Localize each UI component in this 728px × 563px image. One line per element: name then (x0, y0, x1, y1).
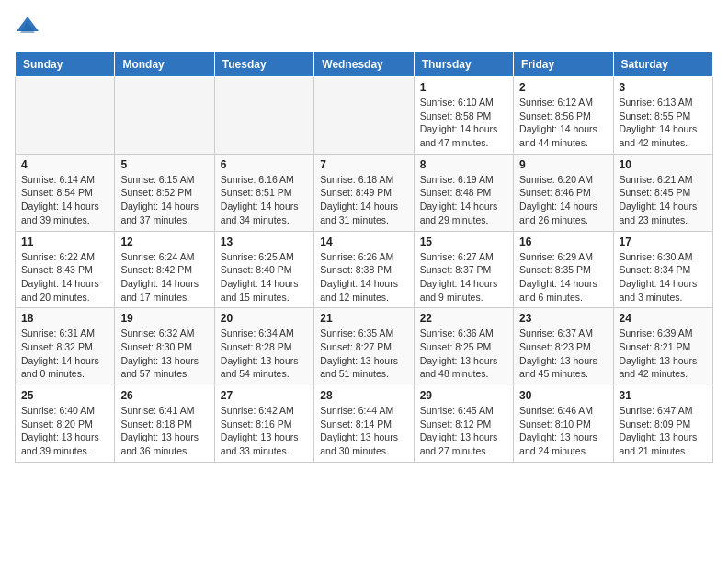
day-number: 9 (519, 158, 607, 171)
day-info: Sunrise: 6:44 AM Sunset: 8:14 PM Dayligh… (320, 404, 407, 458)
day-number: 12 (120, 236, 208, 248)
calendar-day-cell: 17Sunrise: 6:30 AM Sunset: 8:34 PM Dayli… (613, 231, 712, 308)
calendar-day-cell: 14Sunrise: 6:26 AM Sunset: 8:38 PM Dayli… (314, 231, 414, 308)
calendar-day-cell: 27Sunrise: 6:42 AM Sunset: 8:16 PM Dayli… (214, 385, 313, 463)
calendar-day-cell: 23Sunrise: 6:37 AM Sunset: 8:23 PM Dayli… (514, 308, 613, 385)
day-number: 14 (320, 236, 407, 248)
weekday-header: Thursday (414, 52, 513, 77)
day-number: 11 (21, 236, 108, 248)
calendar-day-cell: 13Sunrise: 6:25 AM Sunset: 8:40 PM Dayli… (214, 231, 313, 308)
day-info: Sunrise: 6:14 AM Sunset: 8:54 PM Dayligh… (21, 173, 108, 227)
calendar-day-cell: 12Sunrise: 6:24 AM Sunset: 8:42 PM Dayli… (115, 231, 214, 308)
weekday-header: Sunday (16, 52, 115, 77)
day-info: Sunrise: 6:19 AM Sunset: 8:48 PM Dayligh… (420, 173, 507, 227)
calendar-day-cell (214, 77, 313, 155)
day-info: Sunrise: 6:46 AM Sunset: 8:10 PM Dayligh… (519, 404, 607, 458)
day-info: Sunrise: 6:22 AM Sunset: 8:43 PM Dayligh… (21, 250, 108, 304)
calendar-day-cell (314, 77, 414, 155)
day-info: Sunrise: 6:18 AM Sunset: 8:49 PM Dayligh… (320, 173, 407, 227)
day-number: 24 (620, 312, 707, 325)
day-number: 19 (120, 312, 208, 325)
day-info: Sunrise: 6:25 AM Sunset: 8:40 PM Dayligh… (221, 250, 308, 304)
day-info: Sunrise: 6:27 AM Sunset: 8:37 PM Dayligh… (420, 250, 507, 304)
day-number: 6 (221, 158, 308, 171)
calendar-day-cell: 5Sunrise: 6:15 AM Sunset: 8:52 PM Daylig… (115, 154, 214, 231)
calendar-day-cell: 18Sunrise: 6:31 AM Sunset: 8:32 PM Dayli… (16, 308, 115, 385)
day-info: Sunrise: 6:39 AM Sunset: 8:21 PM Dayligh… (620, 327, 707, 381)
day-info: Sunrise: 6:20 AM Sunset: 8:46 PM Dayligh… (519, 173, 607, 227)
calendar-day-cell (115, 77, 214, 155)
calendar-day-cell: 25Sunrise: 6:40 AM Sunset: 8:20 PM Dayli… (16, 385, 115, 463)
day-number: 30 (519, 389, 607, 402)
day-number: 21 (320, 312, 407, 325)
day-number: 20 (221, 312, 308, 325)
calendar-header-row: SundayMondayTuesdayWednesdayThursdayFrid… (16, 52, 713, 77)
calendar-day-cell: 31Sunrise: 6:47 AM Sunset: 8:09 PM Dayli… (613, 385, 712, 463)
day-info: Sunrise: 6:35 AM Sunset: 8:27 PM Dayligh… (320, 327, 407, 381)
day-info: Sunrise: 6:10 AM Sunset: 8:58 PM Dayligh… (420, 96, 507, 150)
logo-icon (15, 15, 40, 40)
calendar-week-row: 1Sunrise: 6:10 AM Sunset: 8:58 PM Daylig… (16, 77, 713, 155)
day-number: 5 (120, 158, 208, 171)
day-info: Sunrise: 6:37 AM Sunset: 8:23 PM Dayligh… (519, 327, 607, 381)
calendar-week-row: 4Sunrise: 6:14 AM Sunset: 8:54 PM Daylig… (16, 154, 713, 231)
day-number: 3 (620, 81, 707, 94)
calendar-table: SundayMondayTuesdayWednesdayThursdayFrid… (15, 52, 713, 463)
calendar-day-cell: 9Sunrise: 6:20 AM Sunset: 8:46 PM Daylig… (514, 154, 613, 231)
day-info: Sunrise: 6:12 AM Sunset: 8:56 PM Dayligh… (519, 96, 607, 150)
day-info: Sunrise: 6:13 AM Sunset: 8:55 PM Dayligh… (620, 96, 707, 150)
calendar-day-cell: 16Sunrise: 6:29 AM Sunset: 8:35 PM Dayli… (514, 231, 613, 308)
day-number: 28 (320, 389, 407, 402)
day-number: 25 (21, 389, 108, 402)
calendar-day-cell: 4Sunrise: 6:14 AM Sunset: 8:54 PM Daylig… (16, 154, 115, 231)
page-header (15, 15, 713, 40)
calendar-day-cell: 10Sunrise: 6:21 AM Sunset: 8:45 PM Dayli… (613, 154, 712, 231)
day-number: 31 (620, 389, 707, 402)
day-number: 1 (420, 81, 507, 94)
day-number: 29 (420, 389, 507, 402)
day-info: Sunrise: 6:16 AM Sunset: 8:51 PM Dayligh… (221, 173, 308, 227)
day-info: Sunrise: 6:45 AM Sunset: 8:12 PM Dayligh… (420, 404, 507, 458)
day-info: Sunrise: 6:42 AM Sunset: 8:16 PM Dayligh… (221, 404, 308, 458)
day-info: Sunrise: 6:34 AM Sunset: 8:28 PM Dayligh… (221, 327, 308, 381)
calendar-day-cell: 19Sunrise: 6:32 AM Sunset: 8:30 PM Dayli… (115, 308, 214, 385)
calendar-day-cell: 1Sunrise: 6:10 AM Sunset: 8:58 PM Daylig… (414, 77, 513, 155)
day-info: Sunrise: 6:24 AM Sunset: 8:42 PM Dayligh… (120, 250, 208, 304)
day-number: 4 (21, 158, 108, 171)
day-number: 17 (620, 236, 707, 248)
day-number: 22 (420, 312, 507, 325)
day-number: 7 (320, 158, 407, 171)
day-number: 10 (620, 158, 707, 171)
day-info: Sunrise: 6:32 AM Sunset: 8:30 PM Dayligh… (120, 327, 208, 381)
day-number: 16 (519, 236, 607, 248)
weekday-header: Wednesday (314, 52, 414, 77)
day-info: Sunrise: 6:29 AM Sunset: 8:35 PM Dayligh… (519, 250, 607, 304)
logo (15, 15, 44, 40)
calendar-day-cell: 2Sunrise: 6:12 AM Sunset: 8:56 PM Daylig… (514, 77, 613, 155)
day-number: 27 (221, 389, 308, 402)
weekday-header: Saturday (613, 52, 712, 77)
calendar-day-cell: 22Sunrise: 6:36 AM Sunset: 8:25 PM Dayli… (414, 308, 513, 385)
calendar-day-cell: 15Sunrise: 6:27 AM Sunset: 8:37 PM Dayli… (414, 231, 513, 308)
day-info: Sunrise: 6:21 AM Sunset: 8:45 PM Dayligh… (620, 173, 707, 227)
calendar-day-cell: 30Sunrise: 6:46 AM Sunset: 8:10 PM Dayli… (514, 385, 613, 463)
calendar-day-cell: 26Sunrise: 6:41 AM Sunset: 8:18 PM Dayli… (115, 385, 214, 463)
day-info: Sunrise: 6:36 AM Sunset: 8:25 PM Dayligh… (420, 327, 507, 381)
calendar-day-cell: 7Sunrise: 6:18 AM Sunset: 8:49 PM Daylig… (314, 154, 414, 231)
day-number: 26 (120, 389, 208, 402)
calendar-day-cell: 6Sunrise: 6:16 AM Sunset: 8:51 PM Daylig… (214, 154, 313, 231)
calendar-day-cell: 8Sunrise: 6:19 AM Sunset: 8:48 PM Daylig… (414, 154, 513, 231)
day-info: Sunrise: 6:40 AM Sunset: 8:20 PM Dayligh… (21, 404, 108, 458)
day-number: 13 (221, 236, 308, 248)
calendar-week-row: 25Sunrise: 6:40 AM Sunset: 8:20 PM Dayli… (16, 385, 713, 463)
day-number: 2 (519, 81, 607, 94)
calendar-day-cell: 29Sunrise: 6:45 AM Sunset: 8:12 PM Dayli… (414, 385, 513, 463)
day-info: Sunrise: 6:41 AM Sunset: 8:18 PM Dayligh… (120, 404, 208, 458)
calendar-day-cell (16, 77, 115, 155)
day-info: Sunrise: 6:31 AM Sunset: 8:32 PM Dayligh… (21, 327, 108, 381)
calendar-day-cell: 24Sunrise: 6:39 AM Sunset: 8:21 PM Dayli… (613, 308, 712, 385)
calendar-day-cell: 20Sunrise: 6:34 AM Sunset: 8:28 PM Dayli… (214, 308, 313, 385)
day-info: Sunrise: 6:15 AM Sunset: 8:52 PM Dayligh… (120, 173, 208, 227)
calendar-day-cell: 21Sunrise: 6:35 AM Sunset: 8:27 PM Dayli… (314, 308, 414, 385)
day-number: 15 (420, 236, 507, 248)
